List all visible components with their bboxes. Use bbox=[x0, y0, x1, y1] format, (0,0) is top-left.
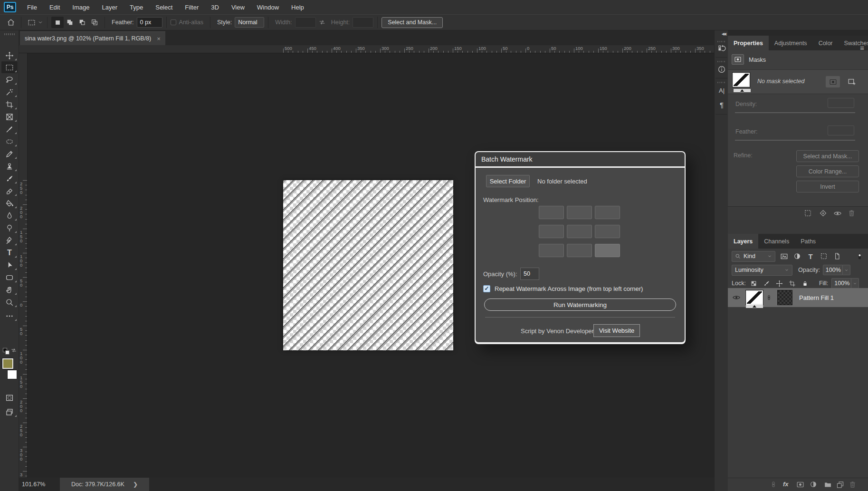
dodge-tool[interactable] bbox=[1, 222, 18, 234]
feather-slider[interactable] bbox=[735, 140, 855, 141]
tab-adjustments[interactable]: Adjustments bbox=[769, 36, 813, 50]
rectangular-marquee-tool[interactable] bbox=[1, 61, 18, 73]
density-slider[interactable] bbox=[735, 112, 855, 113]
tab-paths[interactable]: Paths bbox=[795, 234, 821, 249]
close-tab-icon[interactable]: × bbox=[157, 35, 161, 42]
position-button-9[interactable] bbox=[595, 244, 620, 257]
run-watermarking-button[interactable]: Run Watermarking bbox=[484, 298, 676, 311]
screen-mode-icon[interactable] bbox=[1, 406, 18, 418]
background-color-swatch[interactable] bbox=[7, 370, 17, 379]
mask-thumbnail[interactable] bbox=[733, 73, 750, 87]
clone-stamp-tool[interactable] bbox=[1, 160, 18, 172]
blur-tool[interactable] bbox=[1, 210, 18, 221]
dialog-title-bar[interactable]: Batch Watermark bbox=[476, 152, 685, 166]
tab-layers[interactable]: Layers bbox=[728, 234, 758, 249]
width-input[interactable] bbox=[295, 17, 316, 28]
default-colors-icon[interactable] bbox=[3, 348, 9, 354]
eyedropper-tool[interactable] bbox=[1, 123, 18, 135]
style-select[interactable]: Normal bbox=[235, 17, 264, 28]
masks-icon[interactable] bbox=[732, 54, 744, 65]
feather-input[interactable] bbox=[828, 125, 854, 135]
lock-all-icon[interactable] bbox=[801, 279, 810, 288]
document-canvas[interactable] bbox=[283, 180, 453, 350]
history-panel-icon[interactable] bbox=[717, 44, 726, 53]
path-selection-tool[interactable] bbox=[1, 259, 18, 271]
history-brush-tool[interactable] bbox=[1, 173, 18, 184]
apply-mask-icon[interactable] bbox=[819, 209, 828, 218]
refine-invert-button[interactable]: Invert bbox=[796, 181, 859, 193]
filter-type-icon[interactable]: T bbox=[806, 251, 815, 261]
menu-layer[interactable]: Layer bbox=[96, 4, 124, 11]
repeat-watermark-checkbox[interactable]: ✓ bbox=[483, 285, 490, 292]
position-button-1[interactable] bbox=[539, 206, 564, 219]
expand-panels-icon[interactable]: ◀◀ bbox=[722, 32, 725, 36]
menu-edit[interactable]: Edit bbox=[43, 4, 66, 11]
tab-properties[interactable]: Properties bbox=[728, 36, 769, 50]
layer-mask-link-icon[interactable] bbox=[764, 293, 773, 302]
refine-color-range-button[interactable]: Color Range... bbox=[796, 165, 859, 177]
position-button-5[interactable] bbox=[567, 225, 592, 238]
info-panel-icon[interactable] bbox=[717, 65, 726, 74]
delete-mask-trash-icon[interactable] bbox=[848, 209, 856, 218]
opacity-value[interactable]: 100% bbox=[823, 265, 843, 275]
layer-row-pattern-fill[interactable]: Pattern Fill 1 bbox=[728, 288, 868, 307]
lasso-tool[interactable] bbox=[1, 74, 18, 86]
eraser-tool[interactable] bbox=[1, 185, 18, 197]
swap-colors-icon[interactable] bbox=[10, 347, 17, 354]
menu-image[interactable]: Image bbox=[66, 4, 95, 11]
subtract-from-selection-button[interactable] bbox=[76, 17, 88, 28]
menu-help[interactable]: Help bbox=[285, 4, 310, 11]
refine-select-and-mask-button[interactable]: Select and Mask... bbox=[796, 150, 859, 162]
position-button-8[interactable] bbox=[567, 244, 592, 257]
layer-name[interactable]: Pattern Fill 1 bbox=[799, 294, 834, 301]
paint-bucket-tool[interactable] bbox=[1, 197, 18, 209]
menu-3d[interactable]: 3D bbox=[205, 4, 225, 11]
select-folder-button[interactable]: Select Folder bbox=[486, 175, 530, 187]
filter-toggle-pin-icon[interactable] bbox=[855, 251, 864, 261]
vertical-ruler[interactable]: 2502001501005005010015020025030035040045… bbox=[19, 53, 28, 478]
move-tool[interactable] bbox=[1, 49, 18, 61]
position-button-7[interactable] bbox=[539, 244, 564, 257]
new-adjustment-layer-icon[interactable] bbox=[810, 481, 818, 489]
menu-file[interactable]: File bbox=[21, 4, 43, 11]
select-and-mask-button[interactable]: Select and Mask... bbox=[382, 17, 443, 28]
home-icon[interactable] bbox=[5, 17, 17, 28]
blend-mode-select[interactable]: Luminosity bbox=[732, 265, 792, 276]
lock-pixels-icon[interactable] bbox=[762, 279, 772, 288]
rectangle-tool[interactable] bbox=[1, 271, 18, 283]
type-tool[interactable]: T bbox=[1, 247, 18, 259]
fill-value[interactable]: 100% bbox=[831, 278, 851, 289]
magic-wand-tool[interactable] bbox=[1, 86, 18, 98]
status-chevron-icon[interactable]: ❯ bbox=[133, 481, 138, 488]
tool-preset-caret-icon[interactable] bbox=[38, 19, 43, 25]
lock-position-icon[interactable] bbox=[775, 279, 784, 288]
opacity-caret-icon[interactable] bbox=[843, 265, 850, 275]
menu-view[interactable]: View bbox=[225, 4, 251, 11]
add-to-selection-button[interactable] bbox=[64, 17, 76, 28]
disable-mask-eye-icon[interactable] bbox=[833, 209, 842, 218]
tool-preset-marquee-icon[interactable] bbox=[25, 17, 38, 28]
tab-channels[interactable]: Channels bbox=[758, 234, 795, 249]
layer-visibility-eye-icon[interactable] bbox=[732, 293, 741, 302]
character-panel-icon[interactable]: A| bbox=[717, 86, 726, 95]
healing-brush-tool[interactable] bbox=[1, 135, 18, 147]
menu-select[interactable]: Select bbox=[149, 4, 179, 11]
position-button-2[interactable] bbox=[567, 206, 592, 219]
new-selection-button[interactable] bbox=[51, 17, 64, 28]
pencil-tool[interactable] bbox=[1, 148, 18, 160]
panel-grip[interactable] bbox=[717, 41, 725, 42]
pen-tool[interactable] bbox=[1, 234, 18, 246]
position-button-6[interactable] bbox=[595, 225, 620, 238]
more-options[interactable] bbox=[1, 310, 18, 322]
load-selection-icon[interactable] bbox=[804, 209, 812, 218]
layer-style-fx-icon[interactable]: fx bbox=[783, 481, 792, 489]
crop-tool[interactable] bbox=[1, 98, 18, 110]
zoom-tool[interactable] bbox=[1, 296, 18, 308]
quick-mask-mode-icon[interactable] bbox=[1, 392, 18, 404]
link-layers-icon[interactable] bbox=[770, 481, 778, 489]
density-input[interactable] bbox=[828, 98, 854, 108]
pattern-mask-thumbnail[interactable] bbox=[777, 290, 792, 305]
horizontal-ruler[interactable]: 5004504003503002502001501005005010015020… bbox=[19, 45, 714, 53]
filter-adjustment-icon[interactable] bbox=[792, 251, 802, 261]
menu-window[interactable]: Window bbox=[251, 4, 285, 11]
